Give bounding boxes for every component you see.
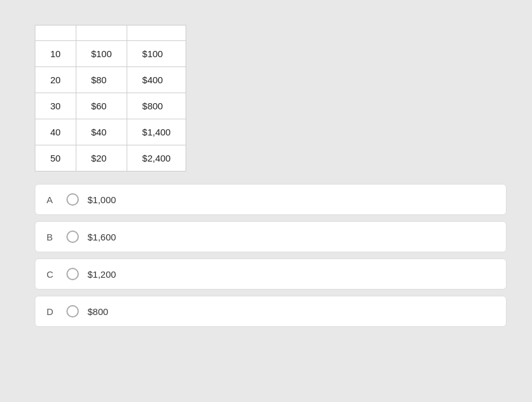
col-header-cost	[127, 25, 186, 41]
table-cell-r4-c0: 50	[35, 145, 76, 171]
table-row: 10$100$100	[35, 41, 186, 67]
table-header-row	[35, 25, 186, 41]
table-cell-r2-c2: $800	[127, 93, 186, 119]
col-header-quantity	[35, 25, 76, 41]
table-cell-r2-c1: $60	[76, 93, 127, 119]
table-container: 10$100$10020$80$40030$60$80040$40$1,4005…	[35, 25, 520, 171]
question-row	[12, 12, 520, 14]
option-value-c: $1,200	[88, 269, 116, 280]
table-cell-r0-c1: $100	[76, 41, 127, 67]
table-row: 50$20$2,400	[35, 145, 186, 171]
table-cell-r0-c0: 10	[35, 41, 76, 67]
option-letter-c: C	[47, 269, 58, 280]
page: 10$100$10020$80$40030$60$80040$40$1,4005…	[12, 12, 520, 327]
option-value-d: $800	[88, 306, 108, 317]
option-letter-b: B	[47, 232, 58, 242]
table-cell-r4-c1: $20	[76, 145, 127, 171]
radio-d[interactable]	[66, 305, 79, 317]
option-letter-a: A	[47, 194, 58, 205]
table-cell-r3-c2: $1,400	[127, 119, 186, 145]
data-table: 10$100$10020$80$40030$60$80040$40$1,4005…	[35, 25, 186, 171]
radio-a[interactable]	[66, 193, 79, 206]
options-container: A$1,000B$1,600C$1,200D$800	[35, 184, 520, 327]
col-header-price	[76, 25, 127, 41]
table-cell-r4-c2: $2,400	[127, 145, 186, 171]
option-a[interactable]: A$1,000	[35, 184, 507, 215]
table-cell-r1-c2: $400	[127, 67, 186, 93]
option-value-a: $1,000	[88, 194, 116, 205]
table-row: 20$80$400	[35, 67, 186, 93]
radio-b[interactable]	[66, 231, 79, 243]
table-cell-r3-c0: 40	[35, 119, 76, 145]
table-cell-r2-c0: 30	[35, 93, 76, 119]
radio-c[interactable]	[66, 268, 79, 280]
question-number	[12, 12, 27, 14]
table-row: 40$40$1,400	[35, 119, 186, 145]
option-d[interactable]: D$800	[35, 296, 507, 327]
table-cell-r1-c1: $80	[76, 67, 127, 93]
option-b[interactable]: B$1,600	[35, 221, 507, 252]
table-cell-r1-c0: 20	[35, 67, 76, 93]
table-cell-r0-c2: $100	[127, 41, 186, 67]
option-value-b: $1,600	[88, 232, 116, 242]
option-letter-d: D	[47, 306, 58, 317]
option-c[interactable]: C$1,200	[35, 258, 507, 290]
table-cell-r3-c1: $40	[76, 119, 127, 145]
table-row: 30$60$800	[35, 93, 186, 119]
